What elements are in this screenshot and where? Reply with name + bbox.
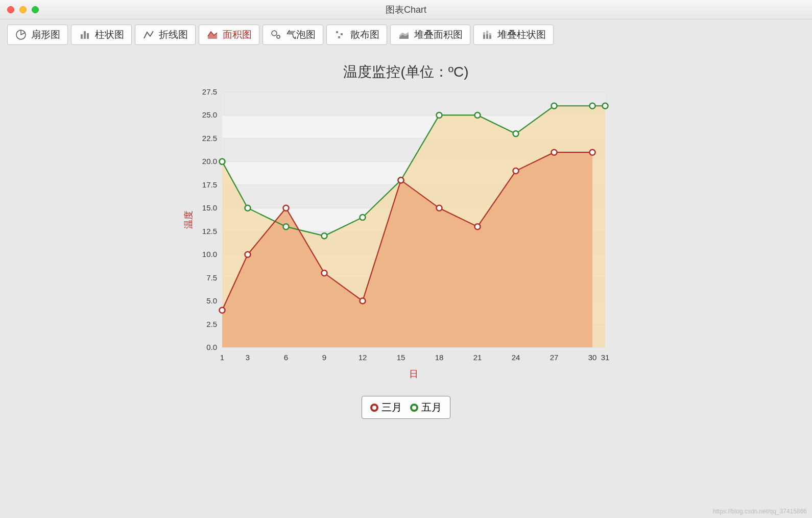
svg-text:31: 31 — [601, 353, 610, 362]
svg-text:0.0: 0.0 — [206, 343, 217, 351]
svg-text:6: 6 — [284, 353, 288, 362]
svg-rect-7 — [336, 31, 338, 33]
tab-bar[interactable]: 柱状图 — [71, 25, 132, 45]
svg-point-77 — [360, 298, 366, 304]
svg-point-65 — [360, 215, 366, 220]
svg-text:27.5: 27.5 — [202, 87, 217, 96]
chart-title: 温度监控(单位：ºC) — [343, 62, 468, 82]
svg-point-81 — [513, 168, 519, 174]
svg-point-79 — [437, 205, 442, 211]
svg-text:12: 12 — [359, 353, 367, 362]
svg-text:3: 3 — [246, 353, 250, 362]
svg-point-62 — [245, 205, 251, 211]
svg-text:22.5: 22.5 — [202, 134, 217, 143]
tab-line[interactable]: 折线图 — [135, 25, 196, 45]
svg-point-69 — [513, 131, 519, 136]
svg-point-64 — [322, 233, 327, 239]
svg-point-83 — [590, 150, 595, 155]
svg-point-63 — [283, 224, 289, 229]
tab-label: 柱状图 — [95, 28, 124, 41]
svg-text:20.0: 20.0 — [202, 157, 217, 166]
svg-point-75 — [283, 205, 289, 211]
svg-text:5.0: 5.0 — [206, 296, 217, 305]
tab-scatter[interactable]: 散布图 — [326, 25, 387, 45]
svg-rect-13 — [483, 32, 485, 35]
svg-text:21: 21 — [473, 353, 482, 362]
line-chart-icon — [142, 29, 155, 40]
tab-label: 气泡图 — [286, 28, 316, 41]
svg-text:25.0: 25.0 — [202, 110, 217, 119]
svg-text:30: 30 — [588, 353, 597, 362]
svg-point-67 — [437, 112, 442, 118]
svg-point-76 — [322, 270, 327, 276]
tab-label: 堆叠面积图 — [414, 28, 463, 41]
svg-text:温度: 温度 — [183, 210, 194, 229]
legend-label: 三月 — [381, 401, 402, 414]
svg-point-72 — [603, 103, 608, 109]
svg-point-61 — [220, 159, 225, 164]
svg-text:18: 18 — [435, 353, 444, 362]
stacked-area-chart-icon — [398, 29, 410, 40]
svg-text:15: 15 — [397, 353, 405, 362]
tab-stackedbar[interactable]: 堆叠柱状图 — [473, 25, 554, 45]
svg-rect-3 — [87, 33, 89, 39]
svg-rect-15 — [486, 31, 488, 34]
svg-text:24: 24 — [512, 353, 520, 362]
tab-pie[interactable]: 扇形图 — [7, 25, 68, 45]
svg-text:12.5: 12.5 — [202, 227, 217, 236]
tab-label: 散布图 — [350, 28, 379, 41]
svg-point-74 — [245, 252, 251, 257]
svg-point-70 — [552, 103, 557, 109]
close-icon[interactable] — [7, 6, 14, 13]
legend-label: 五月 — [421, 401, 442, 414]
svg-point-5 — [272, 31, 277, 36]
bubble-chart-icon — [270, 29, 282, 40]
svg-text:17.5: 17.5 — [202, 180, 217, 189]
legend-item-march[interactable]: 三月 — [370, 401, 402, 414]
tab-bubble[interactable]: 气泡图 — [262, 25, 323, 45]
chart-panel: 温度监控(单位：ºC) 0.02.55.07.510.012.515.017.5… — [0, 47, 812, 424]
legend-marker-icon — [370, 404, 378, 412]
svg-text:1: 1 — [220, 353, 224, 362]
legend-marker-icon — [410, 404, 418, 412]
svg-text:15.0: 15.0 — [202, 203, 217, 212]
svg-text:9: 9 — [322, 353, 326, 362]
svg-text:7.5: 7.5 — [206, 273, 217, 282]
window-title: 图表Chart — [386, 4, 426, 16]
watermark: https://blog.csdn.net/qq_37415866 — [713, 508, 807, 515]
svg-point-73 — [220, 308, 225, 313]
svg-point-6 — [277, 35, 280, 38]
svg-point-71 — [590, 103, 595, 109]
legend: 三月 五月 — [362, 396, 450, 419]
svg-text:日: 日 — [409, 369, 418, 379]
traffic-lights — [0, 6, 39, 13]
tab-stackedarea[interactable]: 堆叠面积图 — [390, 25, 470, 45]
bar-chart-icon — [79, 29, 91, 40]
area-chart-svg: 0.02.55.07.510.012.515.017.520.022.525.0… — [176, 87, 636, 383]
maximize-icon[interactable] — [32, 6, 39, 13]
svg-rect-9 — [338, 36, 340, 38]
scatter-chart-icon — [334, 29, 346, 40]
svg-rect-8 — [341, 33, 343, 35]
tab-label: 面积图 — [223, 28, 252, 41]
pie-chart-icon — [15, 29, 27, 40]
svg-text:2.5: 2.5 — [206, 320, 217, 328]
svg-point-78 — [398, 177, 404, 183]
legend-item-may[interactable]: 五月 — [410, 401, 442, 414]
svg-point-80 — [475, 224, 481, 229]
svg-marker-4 — [208, 32, 217, 39]
svg-rect-1 — [81, 34, 83, 39]
tab-area[interactable]: 面积图 — [199, 25, 259, 45]
svg-text:27: 27 — [550, 353, 559, 362]
minimize-icon[interactable] — [19, 6, 27, 13]
svg-rect-17 — [489, 33, 491, 35]
titlebar: 图表Chart — [0, 0, 812, 19]
tabbar: 扇形图 柱状图 折线图 面积图 气泡图 散布图 堆叠面积图 — [0, 19, 812, 47]
tab-label: 折线图 — [159, 28, 188, 41]
tab-label: 堆叠柱状图 — [497, 28, 546, 41]
svg-text:10.0: 10.0 — [202, 250, 217, 258]
tab-label: 扇形图 — [31, 28, 60, 41]
stacked-bar-chart-icon — [481, 29, 493, 40]
svg-rect-2 — [84, 31, 86, 39]
svg-point-82 — [552, 150, 557, 155]
